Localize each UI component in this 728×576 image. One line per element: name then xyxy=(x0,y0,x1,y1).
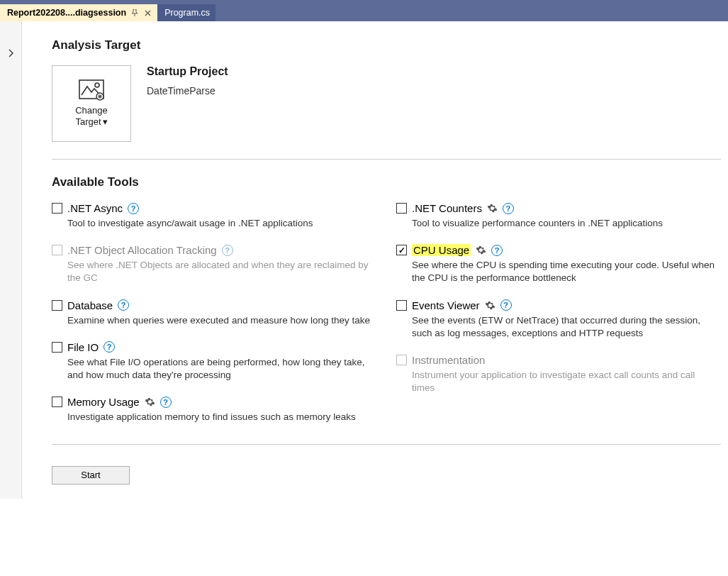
tool-checkbox[interactable] xyxy=(52,342,62,353)
tool-name: .NET Object Allocation Tracking xyxy=(67,244,217,256)
help-icon[interactable]: ? xyxy=(128,203,139,214)
tool-description: See what File I/O operations are being p… xyxy=(67,356,372,382)
target-title: Startup Project xyxy=(147,65,228,78)
tool-checkbox[interactable] xyxy=(396,300,407,311)
tool-description: Tool to investigate async/await usage in… xyxy=(67,217,372,230)
divider xyxy=(52,159,721,160)
change-target-label: Change Target ▾ xyxy=(75,105,108,128)
tool-checkbox[interactable] xyxy=(52,397,62,407)
analysis-target-heading: Analysis Target xyxy=(52,38,721,52)
tool-checkbox xyxy=(396,355,407,365)
change-target-button[interactable]: Change Target ▾ xyxy=(52,65,131,142)
tool-net-async: .NET Async?Tool to investigate async/awa… xyxy=(52,202,376,230)
divider xyxy=(52,444,721,445)
gear-icon[interactable] xyxy=(487,203,498,214)
tool-name: Instrumentation xyxy=(412,354,485,366)
start-button[interactable]: Start xyxy=(52,466,130,484)
gear-icon[interactable] xyxy=(145,397,155,407)
tab-label: Report202208....diagsession xyxy=(7,8,126,18)
tool-file-io: File IO?See what File I/O operations are… xyxy=(52,341,376,382)
tool-description: Instrument your application to investiga… xyxy=(412,369,717,394)
tool-database: Database?Examine when queries were execu… xyxy=(52,299,376,327)
tool-checkbox xyxy=(52,245,62,255)
tools-column-left: .NET Async?Tool to investigate async/awa… xyxy=(52,202,376,424)
close-icon[interactable] xyxy=(143,9,152,17)
help-icon[interactable]: ? xyxy=(160,397,172,408)
help-icon[interactable]: ? xyxy=(103,341,115,353)
gear-icon[interactable] xyxy=(476,245,486,255)
tool-name: CPU Usage xyxy=(412,244,471,256)
document-tabstrip: Report202208....diagsession Program.cs xyxy=(0,4,728,21)
tool-instrumentation: InstrumentationInstrument your applicati… xyxy=(396,354,721,394)
tool-checkbox[interactable] xyxy=(52,300,62,311)
tool-head: Memory Usage? xyxy=(52,396,376,408)
tool-description: Examine when queries were executed and m… xyxy=(67,314,372,327)
gear-icon[interactable] xyxy=(485,300,495,311)
target-subtitle: DateTimeParse xyxy=(147,85,228,96)
tab-diagsession[interactable]: Report202208....diagsession xyxy=(0,4,157,21)
tool-head: Database? xyxy=(52,299,376,311)
tool-net-obj-alloc: .NET Object Allocation Tracking?See wher… xyxy=(52,244,376,284)
svg-point-1 xyxy=(95,83,99,87)
available-tools-heading: Available Tools xyxy=(52,175,721,189)
left-gutter xyxy=(0,21,21,499)
tool-head: File IO? xyxy=(52,341,376,353)
tool-name: Events Viewer xyxy=(412,299,480,311)
tool-head: .NET Async? xyxy=(52,202,376,214)
tool-description: See where the CPU is spending time execu… xyxy=(412,259,717,284)
tool-description: Tool to visualize performance counters i… xyxy=(412,217,717,230)
tool-description: See where .NET Objects are allocated and… xyxy=(67,259,372,284)
tool-name: Memory Usage xyxy=(67,396,140,408)
help-icon[interactable]: ? xyxy=(500,299,512,311)
expand-gutter-button[interactable] xyxy=(0,43,21,64)
tab-label: Program.cs xyxy=(164,8,210,18)
tool-description: Investigate application memory to find i… xyxy=(67,411,372,423)
tool-name: .NET Async xyxy=(67,202,123,214)
tool-head: CPU Usage? xyxy=(396,244,721,256)
pin-icon[interactable] xyxy=(130,9,139,17)
tool-cpu-usage: CPU Usage?See where the CPU is spending … xyxy=(396,244,721,284)
tool-head: Instrumentation xyxy=(396,354,721,366)
tool-checkbox[interactable] xyxy=(396,245,407,255)
tool-head: .NET Counters? xyxy=(396,202,721,214)
tool-name: File IO xyxy=(67,341,99,353)
profiler-content: Analysis Target Change Target ▾ xyxy=(21,21,728,499)
target-image-icon xyxy=(79,79,104,101)
help-icon[interactable]: ? xyxy=(222,245,233,256)
tool-description: See the events (ETW or NetTrace) that oc… xyxy=(412,314,717,340)
tool-memory-usage: Memory Usage?Investigate application mem… xyxy=(52,396,376,423)
tool-events-viewer: Events Viewer?See the events (ETW or Net… xyxy=(396,299,721,340)
help-icon[interactable]: ? xyxy=(491,245,503,256)
help-icon[interactable]: ? xyxy=(503,203,514,214)
tools-column-right: .NET Counters?Tool to visualize performa… xyxy=(396,202,721,424)
tool-name: .NET Counters xyxy=(412,202,482,214)
tool-checkbox[interactable] xyxy=(396,203,407,214)
tool-checkbox[interactable] xyxy=(52,203,62,214)
tool-head: Events Viewer? xyxy=(396,299,721,311)
tool-head: .NET Object Allocation Tracking? xyxy=(52,244,376,256)
tool-net-counters: .NET Counters?Tool to visualize performa… xyxy=(396,202,721,230)
target-info: Startup Project DateTimeParse xyxy=(147,65,228,96)
tool-name: Database xyxy=(67,299,113,311)
chevron-down-icon: ▾ xyxy=(103,116,108,128)
help-icon[interactable]: ? xyxy=(118,299,129,311)
tab-program-cs[interactable]: Program.cs xyxy=(157,4,215,21)
